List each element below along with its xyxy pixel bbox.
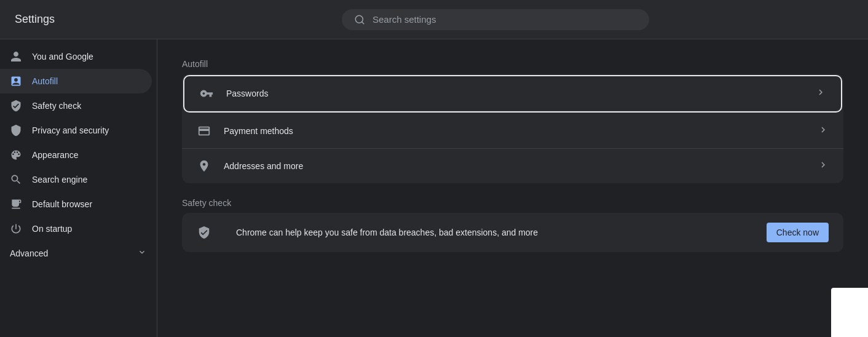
person-icon [10,50,22,63]
sidebar-item-search-engine[interactable]: Search engine [0,167,152,192]
sidebar-label-safety-check: Safety check [32,101,81,111]
sidebar-item-you-and-google[interactable]: You and Google [0,44,152,69]
card-icon [197,124,211,138]
payment-arrow [818,124,829,138]
autofill-icon [10,75,22,87]
addresses-label: Addresses and more [224,161,818,171]
safety-shield-icon [197,225,211,240]
payment-methods-label: Payment methods [224,126,818,136]
search-bar[interactable] [342,9,649,30]
top-bar: Settings [0,0,868,39]
svg-line-1 [361,22,363,23]
addresses-arrow [818,159,829,173]
content-area: Autofill Passwords [157,39,868,337]
sidebar-label-search-engine: Search engine [32,175,87,184]
sidebar-label-advanced: Advanced [10,248,48,258]
sidebar-item-autofill[interactable]: Autofill [0,69,152,93]
browser-icon [10,198,22,210]
search-icon [354,14,365,25]
corner-artifact [831,288,868,337]
sidebar-label-default-browser: Default browser [32,199,92,209]
safety-description: Chrome can help keep you safe from data … [236,228,754,237]
safety-check-section-title: Safety check [182,198,843,208]
location-pin-icon [197,159,211,173]
sidebar-item-privacy[interactable]: Privacy and security [0,118,152,143]
sidebar-label-appearance: Appearance [32,150,79,160]
shield-icon [10,124,22,137]
chevron-down-icon [137,247,147,259]
app-title: Settings [15,13,138,26]
sidebar-item-on-startup[interactable]: On startup [0,216,152,241]
safety-check-card: Chrome can help keep you safe from data … [182,213,843,252]
sidebar-label-privacy: Privacy and security [32,125,109,135]
check-now-button[interactable]: Check now [767,223,829,242]
safety-check-row: Chrome can help keep you safe from data … [182,213,843,252]
sidebar: You and Google Autofill Safety check [0,39,157,337]
sidebar-item-appearance[interactable]: Appearance [0,143,152,167]
search-settings-icon [10,173,22,186]
passwords-label: Passwords [226,89,815,98]
sidebar-item-safety-check[interactable]: Safety check [0,93,152,118]
shield-check-icon [10,100,22,112]
addresses-row[interactable]: Addresses and more [182,149,843,183]
passwords-arrow [815,87,826,101]
sidebar-label-autofill: Autofill [32,76,58,86]
key-icon [199,86,214,101]
passwords-row[interactable]: Passwords [184,76,841,111]
main-layout: You and Google Autofill Safety check [0,39,868,337]
power-icon [10,223,22,235]
sidebar-advanced[interactable]: Advanced [0,241,157,265]
autofill-card: Passwords Payment methods [182,74,843,183]
sidebar-label-you-and-google: You and Google [32,52,93,61]
payment-methods-row[interactable]: Payment methods [182,114,843,149]
search-input[interactable] [373,14,637,25]
autofill-section-title: Autofill [182,59,843,69]
sidebar-item-default-browser[interactable]: Default browser [0,192,152,216]
sidebar-label-on-startup: On startup [32,224,72,234]
palette-icon [10,149,22,161]
